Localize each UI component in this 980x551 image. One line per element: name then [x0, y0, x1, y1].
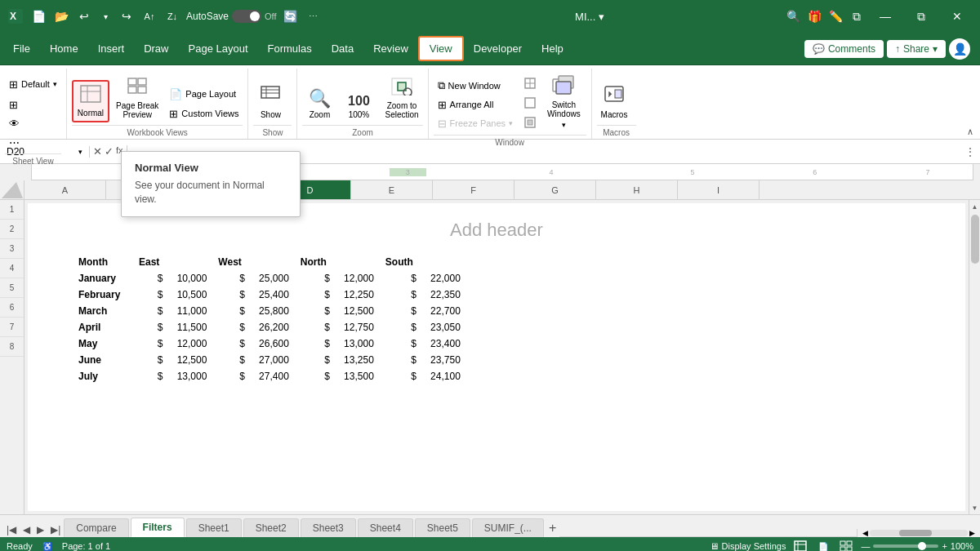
svg-rect-6	[138, 78, 146, 85]
page-layout-status-btn[interactable]: 📄	[815, 540, 831, 551]
unhide-button[interactable]	[520, 114, 540, 132]
page-layout-button[interactable]: 📄 Page Layout	[165, 85, 243, 103]
close-button[interactable]: ✕	[941, 4, 973, 29]
freeze-panes-button[interactable]: ⊟ Freeze Panes ▾	[434, 114, 517, 132]
tab-sheet2[interactable]: Sheet2	[243, 518, 299, 537]
split-button[interactable]	[520, 75, 540, 93]
autosave-label: AutoSave	[186, 11, 229, 22]
new-file-icon[interactable]: 📄	[29, 7, 47, 25]
hide-button[interactable]	[520, 95, 540, 113]
tab-next-button[interactable]: ▶	[33, 522, 47, 537]
macros-button[interactable]: ⏵ Macros	[597, 82, 632, 122]
page-break-preview-button[interactable]: Page BreakPreview	[112, 74, 163, 122]
tab-sheet3[interactable]: Sheet3	[301, 518, 356, 537]
restore-icon[interactable]: ⧉	[848, 7, 866, 25]
zoom-slider[interactable]	[873, 544, 938, 548]
undo-dropdown-icon[interactable]: ▾	[96, 7, 114, 25]
page-break-icon	[127, 78, 148, 99]
tab-last-button[interactable]: ▶|	[47, 522, 64, 537]
grid-icon: ⊞	[9, 99, 18, 111]
cell-ref-dropdown[interactable]: ▾	[78, 148, 82, 156]
normal-view-button[interactable]: Normal	[72, 80, 109, 122]
tab-prev-button[interactable]: ◀	[20, 522, 33, 537]
undo-icon[interactable]: ↩	[75, 7, 93, 25]
sheet-grid-btn[interactable]: ⊞	[5, 96, 61, 113]
horizontal-scroll-thumb[interactable]	[899, 530, 932, 536]
comments-button[interactable]: 💬 Comments	[804, 40, 884, 58]
arrange-all-button[interactable]: ⊞ Arrange All	[434, 96, 517, 113]
tab-filters[interactable]: Filters	[131, 518, 185, 537]
switch-windows-label: SwitchWindows	[547, 100, 581, 118]
open-folder-icon[interactable]: 📂	[52, 7, 70, 25]
ribbon-collapse-button[interactable]: ∧	[964, 125, 977, 139]
menu-home[interactable]: Home	[40, 38, 88, 60]
zoom-minus-button[interactable]: —	[861, 541, 870, 551]
menu-formulas[interactable]: Formulas	[258, 38, 322, 60]
restore-button[interactable]: ⧉	[905, 4, 938, 29]
user-avatar[interactable]: 👤	[949, 38, 970, 60]
hscroll-right[interactable]: ▶	[968, 529, 977, 537]
menu-review[interactable]: Review	[363, 38, 418, 60]
cells-area[interactable]: Add header Month East West Nort	[24, 200, 980, 514]
tab-compare[interactable]: Compare	[64, 518, 128, 537]
ribbon-display-icon[interactable]: 🎁	[805, 7, 823, 25]
tab-sheet1[interactable]: Sheet1	[186, 518, 242, 537]
scroll-track[interactable]	[971, 213, 979, 501]
freeze-rows-btn[interactable]: ⊞ Default ▾	[5, 75, 61, 93]
page-break-status-btn[interactable]	[838, 540, 854, 551]
formula-confirm[interactable]: ✓	[105, 145, 114, 158]
minimize-button[interactable]: —	[869, 4, 902, 29]
formula-cancel[interactable]: ✕	[93, 145, 102, 158]
search-icon[interactable]: 🔍	[784, 7, 802, 25]
col-h: H	[596, 180, 678, 199]
svg-rect-9	[261, 87, 279, 98]
tab-sheet4[interactable]: Sheet4	[358, 518, 413, 537]
sort-za-icon[interactable]: Z↓	[163, 7, 181, 25]
scroll-down-button[interactable]: ▼	[969, 501, 981, 514]
tab-sumif[interactable]: SUMIF_(...	[472, 518, 544, 537]
accessibility-icon[interactable]: ♿	[39, 540, 56, 551]
sheet-more-btn[interactable]: ⋯	[5, 133, 61, 151]
menu-developer[interactable]: Developer	[464, 38, 532, 60]
scroll-up-button[interactable]: ▲	[969, 200, 981, 213]
zoom-to-selection-button[interactable]: Zoom toSelection	[381, 74, 422, 122]
svg-rect-34	[847, 541, 852, 545]
add-sheet-button[interactable]: +	[546, 519, 559, 537]
header-east: East	[134, 254, 164, 270]
header-north-val	[332, 254, 381, 270]
menu-file[interactable]: File	[3, 38, 40, 60]
menu-data[interactable]: Data	[322, 38, 363, 60]
vertical-scrollbar[interactable]: ▲ ▼	[969, 200, 980, 514]
show-button[interactable]: Show	[253, 80, 287, 122]
new-window-button[interactable]: ⧉ New Window	[434, 77, 517, 95]
menu-draw[interactable]: Draw	[134, 38, 178, 60]
menu-insert[interactable]: Insert	[88, 38, 135, 60]
menu-view[interactable]: View	[418, 36, 464, 61]
autosave-toggle[interactable]	[232, 10, 261, 23]
zoom-100-button[interactable]: 100 100%	[341, 91, 376, 122]
refresh-icon[interactable]: 🔄	[282, 7, 300, 25]
menu-help[interactable]: Help	[532, 38, 573, 60]
formula-expand[interactable]: ⋮	[960, 146, 980, 158]
layout-custom-stack: 📄 Page Layout ⊞ Custom Views	[165, 85, 243, 122]
normal-view-status-btn[interactable]	[792, 540, 808, 551]
sheet-eye-btn[interactable]: 👁	[5, 114, 61, 132]
share-button[interactable]: ↑ Share ▾	[887, 40, 946, 58]
zoom-button[interactable]: 🔍 Zoom	[302, 87, 336, 122]
col-i: I	[678, 180, 760, 199]
edit-icon[interactable]: ✏️	[826, 7, 844, 25]
row-7: 7	[0, 318, 24, 337]
switch-windows-button[interactable]: SwitchWindows ▾	[543, 72, 585, 132]
display-settings-button[interactable]: 🖥 Display Settings	[710, 541, 786, 551]
horizontal-scroll-track[interactable]	[870, 530, 968, 536]
zoom-plus-button[interactable]: +	[942, 541, 947, 551]
sort-az-icon[interactable]: A↑	[140, 7, 158, 25]
redo-icon[interactable]: ↪	[118, 7, 136, 25]
more-options-icon[interactable]: ⋯	[305, 7, 323, 25]
menu-page-layout[interactable]: Page Layout	[179, 38, 258, 60]
tab-sheet5[interactable]: Sheet5	[415, 518, 470, 537]
hscroll-left[interactable]: ◀	[861, 529, 870, 537]
tab-first-button[interactable]: |◀	[3, 522, 20, 537]
scroll-thumb[interactable]	[971, 215, 979, 264]
custom-views-button[interactable]: ⊞ Custom Views	[165, 104, 243, 122]
